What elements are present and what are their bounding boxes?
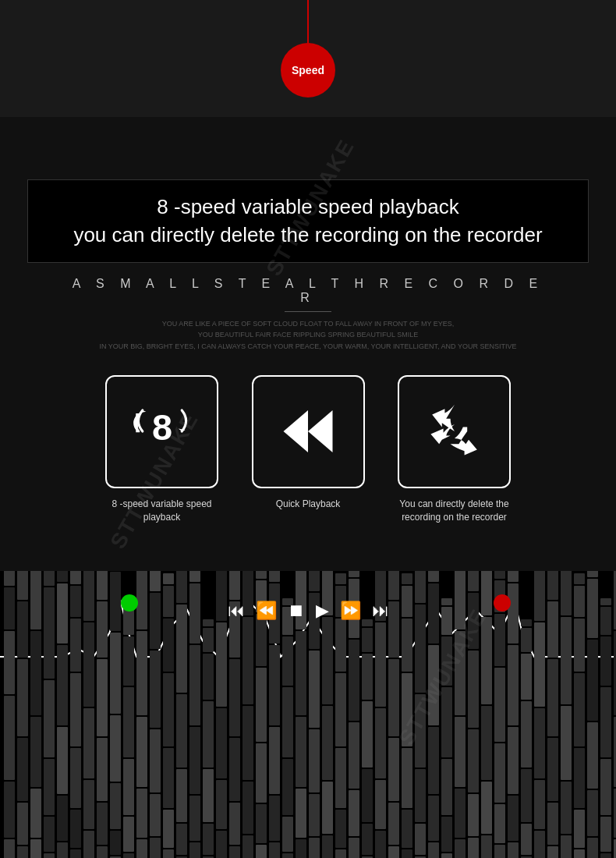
eq-bar	[203, 769, 214, 822]
eq-bar	[375, 780, 386, 829]
eq-bar	[136, 571, 147, 629]
eq-bar	[415, 604, 426, 693]
eq-bar	[481, 706, 492, 780]
eq-bar	[150, 838, 161, 858]
eq-bar	[136, 839, 147, 858]
eq-bar	[296, 839, 306, 858]
eq-bar	[282, 853, 293, 858]
eq-bar	[600, 759, 611, 815]
banner-text: 8 -speed variable speed playback you can…	[44, 193, 572, 250]
recycle-icon	[420, 396, 490, 466]
eq-bar	[600, 687, 611, 757]
eq-bar	[44, 571, 55, 586]
fast-forward-button[interactable]: ⏩	[340, 601, 361, 621]
eq-bar	[441, 817, 452, 852]
eq-bar	[269, 842, 280, 858]
eq-bar	[561, 782, 572, 835]
eq-bar	[494, 845, 505, 858]
eq-bar	[547, 803, 558, 845]
eq-bar	[508, 583, 519, 644]
eq-bar	[243, 835, 253, 858]
eq-bar	[468, 593, 479, 649]
eq-column	[97, 571, 108, 858]
eq-bar	[375, 622, 386, 707]
eq-bar	[282, 636, 293, 686]
player-controls[interactable]: ⏮ ⏪ ⏹ ▶ ⏩ ⏭	[228, 601, 389, 621]
eq-bar	[309, 838, 320, 858]
skip-forward-button[interactable]: ⏭	[372, 601, 389, 621]
eq-bar	[136, 631, 147, 715]
eq-bar	[70, 586, 81, 618]
eq-bar	[547, 601, 558, 658]
eq-bar	[322, 835, 333, 858]
eq-bar	[508, 727, 519, 794]
eq-bar	[189, 842, 200, 858]
poem-line3: IN YOUR BIG, BRIGHT EYES, I CAN ALWAYS C…	[100, 342, 517, 350]
eq-column	[136, 571, 147, 858]
eq-bar	[30, 839, 41, 858]
speed-icon: 8	[127, 396, 197, 466]
eq-bar	[322, 706, 333, 780]
eq-bar	[309, 729, 320, 792]
eq-bar	[97, 803, 108, 845]
eq-bar	[189, 727, 200, 794]
eq-column	[44, 571, 55, 858]
stop-button[interactable]: ⏹	[288, 601, 305, 621]
eq-bar	[44, 680, 55, 757]
eq-bar	[83, 780, 94, 829]
eq-bar	[362, 654, 373, 700]
eq-bar	[256, 743, 267, 803]
eq-bar	[229, 659, 240, 736]
eq-bar	[309, 571, 320, 591]
eq-bar	[44, 759, 55, 815]
rewind-button[interactable]: ⏪	[256, 601, 277, 621]
eq-bar	[309, 651, 320, 728]
eq-column	[428, 571, 439, 858]
eq-column	[83, 571, 94, 858]
eq-bar	[282, 687, 293, 757]
svg-marker-3	[284, 410, 309, 452]
eq-bar	[243, 617, 253, 705]
eq-column	[415, 571, 426, 858]
eq-bar	[508, 645, 519, 726]
eq-bar	[216, 780, 227, 829]
subtitle-section: A S M A L L S T E A L T H R E C O R D E …	[0, 277, 616, 352]
eq-bar	[97, 738, 108, 801]
eq-bar	[30, 717, 41, 787]
eq-bar	[203, 824, 214, 856]
eq-bar	[57, 796, 68, 842]
eq-bar	[494, 743, 505, 803]
eq-bar	[216, 622, 227, 707]
eq-column	[203, 619, 214, 858]
eq-bar	[203, 628, 214, 653]
eq-bar	[110, 783, 121, 829]
eq-bar	[481, 835, 492, 858]
svg-marker-4	[308, 410, 333, 452]
eq-bar	[335, 573, 346, 584]
eq-bar	[136, 717, 147, 787]
skip-back-button[interactable]: ⏮	[228, 601, 245, 621]
eq-bar	[83, 708, 94, 778]
eq-bar	[203, 619, 214, 626]
green-dot	[121, 594, 138, 612]
eq-bar	[415, 694, 426, 768]
eq-bar	[256, 614, 267, 667]
top-section: Speed	[0, 0, 616, 117]
play-button[interactable]: ▶	[316, 601, 329, 621]
eq-bar	[70, 619, 81, 672]
eq-bar	[229, 571, 240, 600]
eq-bar	[150, 571, 161, 591]
eq-bar	[256, 845, 267, 858]
eq-bar	[521, 769, 532, 822]
eq-bar	[322, 782, 333, 835]
eq-bar	[57, 727, 68, 794]
eq-bar	[176, 824, 187, 856]
eq-column	[587, 571, 598, 858]
eq-bar	[521, 701, 532, 768]
eq-bar	[561, 617, 572, 705]
eq-bar	[30, 631, 41, 715]
eq-bar	[600, 607, 611, 635]
eq-bar	[534, 622, 545, 707]
eq-bar	[402, 619, 412, 672]
icons-section: 8 8 -speed variable speed playback Qui	[0, 375, 616, 524]
